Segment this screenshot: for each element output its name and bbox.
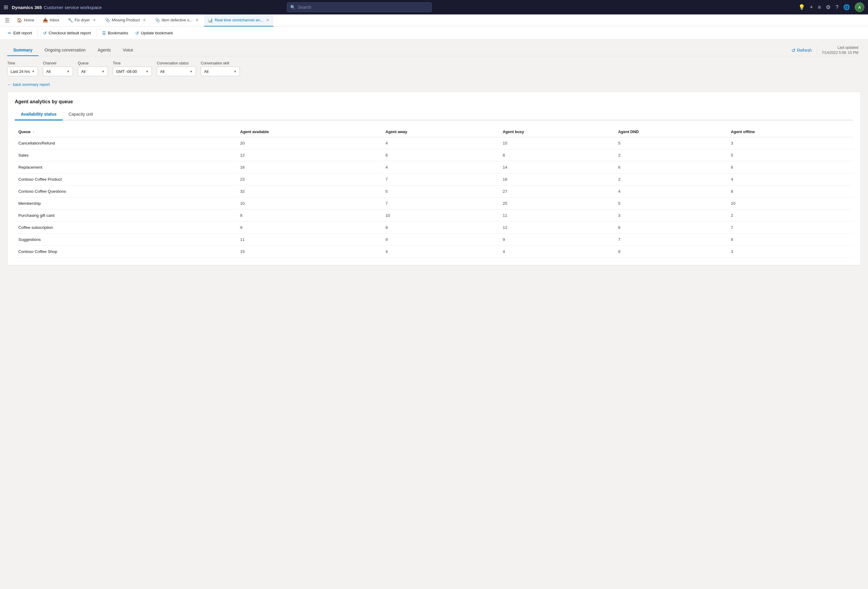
refresh-button[interactable]: ↺ Refresh (791, 47, 812, 53)
cell-4: 7 (614, 234, 727, 246)
cell-2: 4 (382, 137, 499, 149)
table-row[interactable]: Coffee subscription981267 (15, 222, 853, 234)
col-away[interactable]: Agent away (382, 127, 499, 137)
tab-missing-product[interactable]: 📎 Missing Product ✕ (101, 15, 150, 27)
filter-time2-select[interactable]: GMT -08:00 ▼ (113, 66, 152, 76)
col-available[interactable]: Agent available (236, 127, 382, 137)
table-row[interactable]: Replacement1641466 (15, 161, 853, 174)
cell-1: 12 (236, 149, 382, 161)
tab-fix-dryer-close[interactable]: ✕ (92, 18, 96, 23)
cell-5: 5 (727, 149, 853, 161)
filter-time1-select[interactable]: Last 24 hrs ▼ (7, 66, 38, 76)
item-defective-icon: 📎 (155, 18, 160, 23)
cell-2: 7 (382, 174, 499, 186)
missing-product-icon: 📎 (105, 18, 110, 23)
cell-2: 7 (382, 197, 499, 209)
cell-0: Membership (15, 197, 236, 209)
grid-icon[interactable]: ⊞ (4, 4, 8, 10)
bookmarks-button[interactable]: ☰ Bookmarks (99, 29, 131, 37)
col-offline[interactable]: Agent offline (727, 127, 853, 137)
table-row[interactable]: Cancellation/Refund2041553 (15, 137, 853, 149)
tab-home[interactable]: 🏠 Home (13, 15, 38, 27)
cell-1: 20 (236, 137, 382, 149)
view-tab-actions: ↺ Refresh Last updated 7/14/2022 5:08: 1… (791, 45, 861, 55)
tab-real-time-close[interactable]: ✕ (266, 18, 270, 23)
checkout-icon: ↺ (43, 31, 47, 35)
cell-4: 8 (614, 246, 727, 258)
tab-summary[interactable]: Summary (7, 44, 38, 56)
table-row[interactable]: Purchasing gift card8101132 (15, 209, 853, 222)
cell-5: 10 (727, 197, 853, 209)
filter-channel-select[interactable]: All ▼ (43, 66, 73, 76)
edit-report-button[interactable]: ✏ Edit report (5, 29, 35, 37)
filter-conv-skill: Conversation skill All ▼ (201, 61, 240, 76)
tab-real-time[interactable]: 📊 Real time omnichannel an... ✕ (204, 15, 273, 27)
cell-0: Replacement (15, 161, 236, 174)
checkout-default-report-button[interactable]: ↺ Checkout default report (40, 29, 94, 37)
search-bar[interactable]: 🔍 (287, 2, 432, 12)
back-link[interactable]: ← back summary report (7, 82, 861, 87)
cell-4: 4 (614, 186, 727, 197)
sub-tab-capacity[interactable]: Capacity unit (63, 109, 99, 121)
refresh-icon: ↺ (791, 47, 796, 53)
tab-agents[interactable]: Agents (92, 44, 117, 56)
filter-queue-select[interactable]: All ▼ (78, 66, 108, 76)
cell-1: 8 (236, 209, 382, 222)
cell-2: 10 (382, 209, 499, 222)
cell-4: 3 (614, 209, 727, 222)
tab-missing-product-close[interactable]: ✕ (142, 18, 146, 23)
top-navigation: ⊞ Dynamics 365 Customer service workspac… (0, 0, 868, 15)
cell-0: Contoso Coffee Questions (15, 186, 236, 197)
help-icon[interactable]: ? (836, 4, 838, 10)
cell-1: 16 (236, 161, 382, 174)
card-title: Agent analytics by queue (15, 99, 853, 105)
cell-4: 6 (614, 222, 727, 234)
cell-4: 6 (614, 161, 727, 174)
filter-channel: Channel All ▼ (43, 61, 73, 76)
tab-fix-dryer[interactable]: 🔧 Fix dryer ✕ (64, 15, 100, 27)
plus-icon[interactable]: + (810, 4, 813, 10)
table-row[interactable]: Membership10725510 (15, 197, 853, 209)
cell-3: 16 (499, 174, 614, 186)
inbox-icon: 📥 (43, 18, 48, 23)
sub-tab-availability[interactable]: Availability status (15, 109, 63, 121)
table-row[interactable]: Contoso Coffee Product2371624 (15, 174, 853, 186)
cell-3: 14 (499, 161, 614, 174)
col-queue[interactable]: Queue ↑ (15, 127, 236, 137)
menu-icon[interactable]: ≡ (818, 4, 821, 10)
tab-item-defective[interactable]: 📎 Item defective o... ✕ (151, 15, 203, 27)
cell-0: Contoso Coffee Product (15, 174, 236, 186)
gear-icon[interactable]: ⚙ (826, 4, 831, 10)
cell-1: 10 (236, 197, 382, 209)
agent-analytics-table: Queue ↑ Agent available Agent away Agent… (15, 127, 853, 258)
avatar[interactable]: A (855, 2, 864, 12)
tab-bar-menu-icon[interactable]: ☰ (2, 16, 12, 25)
cell-3: 8 (499, 149, 614, 161)
table-row[interactable]: Contoso Coffee Questions3252748 (15, 186, 853, 197)
cell-3: 12 (499, 222, 614, 234)
globe-icon[interactable]: 🌐 (843, 4, 850, 10)
table-row[interactable]: Contoso Coffee Shop154483 (15, 246, 853, 258)
lightbulb-icon[interactable]: 💡 (799, 4, 805, 10)
table-row[interactable]: Suggestions119979 (15, 234, 853, 246)
filter-conv-status-select[interactable]: All ▼ (157, 66, 196, 76)
search-input[interactable] (298, 5, 428, 10)
tab-item-defective-close[interactable]: ✕ (195, 18, 199, 23)
update-bookmark-icon: ↺ (135, 31, 139, 35)
col-dnd[interactable]: Agent DND (614, 127, 727, 137)
cell-1: 32 (236, 186, 382, 197)
update-bookmark-button[interactable]: ↺ Update bookmark (132, 29, 176, 37)
app-title: Dynamics 365 Customer service workspace (12, 5, 102, 10)
col-busy[interactable]: Agent busy (499, 127, 614, 137)
cell-4: 5 (614, 197, 727, 209)
tab-voice[interactable]: Voice (117, 44, 139, 56)
table-row[interactable]: Sales128825 (15, 149, 853, 161)
filter-conv-skill-select[interactable]: All ▼ (201, 66, 240, 76)
cell-5: 4 (727, 174, 853, 186)
filter-time2: Time GMT -08:00 ▼ (113, 61, 152, 76)
tab-ongoing[interactable]: Ongoing conversation (38, 44, 92, 56)
tab-inbox[interactable]: 📥 Inbox (39, 15, 63, 27)
cell-2: 8 (382, 149, 499, 161)
table-header-row: Queue ↑ Agent available Agent away Agent… (15, 127, 853, 137)
cell-5: 8 (727, 186, 853, 197)
